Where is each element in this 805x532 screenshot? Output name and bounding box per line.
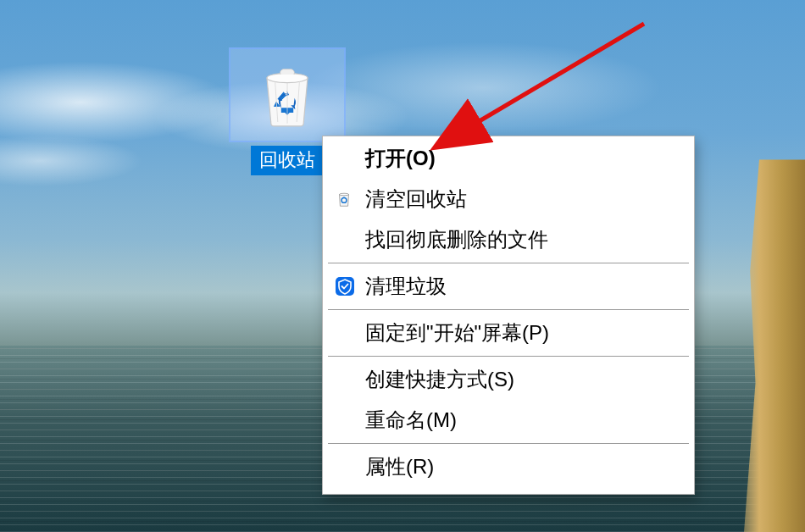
menu-separator bbox=[328, 443, 689, 444]
menu-label: 创建快捷方式(S) bbox=[365, 366, 514, 393]
menu-separator bbox=[328, 263, 689, 263]
svg-point-0 bbox=[267, 73, 308, 82]
spacer bbox=[335, 148, 365, 169]
menu-item-clean-junk[interactable]: 清理垃圾 bbox=[323, 266, 694, 307]
menu-item-pin-to-start[interactable]: 固定到"开始"屏幕(P) bbox=[323, 313, 694, 353]
menu-separator bbox=[328, 356, 689, 357]
menu-label: 清理垃圾 bbox=[365, 273, 447, 300]
svg-point-5 bbox=[340, 193, 349, 196]
menu-label: 属性(R) bbox=[365, 453, 434, 480]
menu-item-properties[interactable]: 属性(R) bbox=[323, 446, 694, 487]
desktop-icon-label: 回收站 bbox=[251, 146, 324, 175]
context-menu: 打开(O) 清空回收站 找回彻底删除的文件 清理垃圾 bbox=[322, 136, 695, 495]
menu-item-rename[interactable]: 重命名(M) bbox=[323, 400, 694, 441]
spacer bbox=[335, 410, 365, 430]
menu-label: 找回彻底删除的文件 bbox=[365, 226, 548, 253]
menu-label: 固定到"开始"屏幕(P) bbox=[365, 319, 549, 346]
spacer bbox=[335, 457, 365, 477]
icon-selection-box bbox=[229, 47, 346, 142]
spacer bbox=[335, 369, 365, 390]
tencent-shield-icon bbox=[335, 276, 365, 296]
menu-label: 重命名(M) bbox=[365, 407, 457, 434]
menu-separator bbox=[328, 309, 689, 310]
spacer bbox=[335, 230, 365, 250]
menu-label: 打开(O) bbox=[365, 145, 436, 172]
menu-item-create-shortcut[interactable]: 创建快捷方式(S) bbox=[323, 359, 694, 400]
small-recycle-bin-icon bbox=[335, 189, 365, 209]
menu-item-recover-files[interactable]: 找回彻底删除的文件 bbox=[323, 219, 694, 260]
recycle-bin-icon bbox=[253, 61, 321, 129]
menu-item-empty-recycle-bin[interactable]: 清空回收站 bbox=[323, 179, 694, 219]
menu-label: 清空回收站 bbox=[365, 186, 467, 213]
spacer bbox=[335, 323, 365, 343]
menu-item-open[interactable]: 打开(O) bbox=[323, 138, 694, 179]
